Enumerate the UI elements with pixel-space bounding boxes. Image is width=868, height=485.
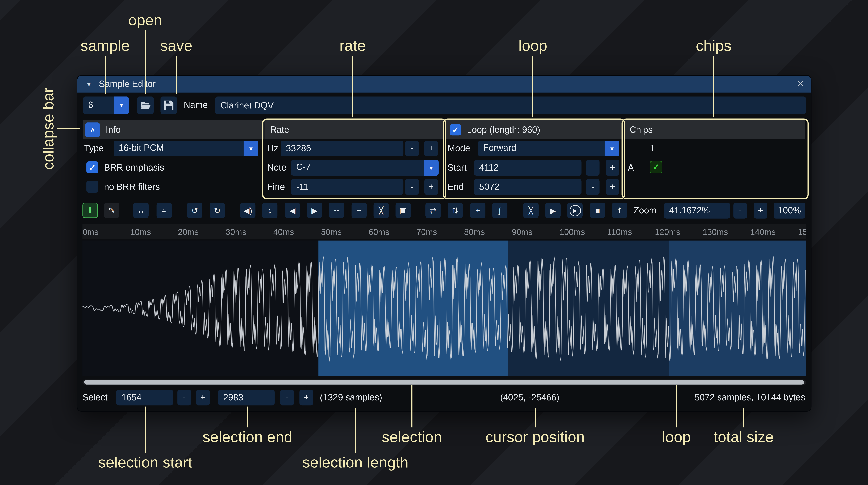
ruler-label: 10ms [130,227,151,236]
type-select[interactable]: 16-bit PCM ▼ [114,141,258,157]
info-header-label: Info [106,125,121,135]
fade-out-button[interactable]: ▶ [307,203,322,218]
ruler-label: 30ms [225,227,246,236]
stop-button[interactable]: ■ [590,203,605,218]
ruler-label: 150 [798,227,806,236]
total-size-text: 5072 samples, 10144 bytes [695,392,805,402]
window-collapse-icon[interactable]: ▼ [86,80,92,88]
invert-button[interactable]: ⇅ [447,203,463,218]
resize-button[interactable]: ↔ [133,203,149,218]
chevron-down-icon: ▼ [424,160,438,175]
selection-end-decrement-button[interactable]: - [280,390,294,406]
resample-button[interactable]: ≈ [157,203,172,218]
hz-decrement-button[interactable]: - [405,141,419,157]
loop-end-input[interactable]: 5072 [474,179,581,195]
waveform-view[interactable] [83,240,806,376]
hz-increment-button[interactable]: + [425,141,438,157]
selection-start-value: 1654 [122,392,142,402]
check-icon: ✓ [452,125,459,134]
draw-tool-button[interactable]: ✎ [104,203,119,218]
signed-unsigned-button[interactable]: ± [470,203,485,218]
cursor-position-text: (4025, -25466) [500,392,559,402]
filter-icon: ∫ [499,206,501,215]
no-brr-filters-checkbox[interactable] [87,181,98,193]
crossfade-button[interactable]: ╳ [523,203,538,218]
apply-silence-button[interactable]: ╍ [351,203,367,218]
folder-icon [140,101,151,110]
undo-button[interactable]: ↺ [187,203,202,218]
fade-in-button[interactable]: ◀ [285,203,300,218]
selection-end-input[interactable]: 2983 [218,390,275,406]
ruler-label: 50ms [321,227,342,236]
normalize-icon: ↕ [268,206,272,215]
normalize-button[interactable]: ↕ [262,203,277,218]
sample-number-select[interactable]: 6 ▼ [83,97,129,114]
selection-start-input[interactable]: 1654 [117,390,173,406]
chevron-down-icon: ▼ [604,141,619,157]
loop-end-increment-button[interactable]: + [606,179,619,195]
insert-silence-button[interactable]: ╌ [329,203,344,218]
note-select[interactable]: C-7 ▼ [291,160,438,175]
selection-end-value: 2983 [223,392,243,402]
loop-enable-checkbox[interactable]: ✓ [450,124,461,135]
trim-button[interactable]: ▣ [396,203,411,218]
annotation-loop-line [532,56,533,118]
fine-increment-button[interactable]: + [425,179,438,195]
create-instrument-icon: ↥ [616,206,623,215]
selection-end-increment-button[interactable]: + [300,390,313,406]
save-icon [164,100,174,110]
annotation-open-line [145,30,146,94]
save-sample-button[interactable] [160,97,177,114]
annotation-loop-bottom-label: loop [662,429,691,446]
loop-mode-label: Mode [447,143,470,154]
waveform-scrollbar[interactable] [83,379,806,385]
rate-header-label: Rate [270,125,289,135]
window-titlebar[interactable]: ▼ Sample Editor × [78,76,811,93]
zoom-out-button[interactable]: - [734,203,747,219]
loop-header-label: Loop (length: 960) [467,125,540,135]
loop-start-value: 4112 [479,163,499,173]
zoom-in-button[interactable]: + [754,203,767,219]
brr-emphasis-label: BRR emphasis [104,163,164,173]
delete-button[interactable]: ╳ [374,203,389,218]
select-label: Select [83,392,107,402]
open-sample-button[interactable] [137,97,154,114]
selection-start-increment-button[interactable]: + [196,390,210,406]
hz-input[interactable]: 33286 [281,141,403,157]
fade-in-icon: ◀ [289,206,296,215]
fine-decrement-button[interactable]: - [405,179,419,195]
play-from-cursor-icon: ▶ [569,205,581,216]
preview-button[interactable]: ▶ [545,203,561,218]
trim-icon: ▣ [399,206,407,215]
apply-silence-icon: ╍ [357,206,362,215]
chip-enable-checkbox[interactable]: ✓ [650,161,662,173]
filter-button[interactable]: ∫ [492,203,507,218]
brr-emphasis-checkbox[interactable]: ✓ [87,161,98,173]
sample-name-input[interactable]: Clarinet DQV [215,97,806,114]
redo-button[interactable]: ↻ [210,203,225,218]
selection-start-decrement-button[interactable]: - [178,390,191,406]
reverse-button[interactable]: ⇄ [426,203,441,218]
waveform-canvas[interactable] [83,240,806,376]
fine-input[interactable]: -11 [291,179,403,195]
loop-mode-select[interactable]: Forward ▼ [478,141,619,157]
annotation-selection-line [411,385,413,427]
loop-start-decrement-button[interactable]: - [586,160,600,175]
selection-length-text: (1329 samples) [320,392,382,402]
select-tool-button[interactable]: I [83,203,98,218]
preview-icon: ▶ [550,206,556,215]
create-instrument-button[interactable]: ↥ [612,203,627,218]
loop-end-decrement-button[interactable]: - [586,179,600,195]
chips-header-label: Chips [629,125,653,135]
amplify-button[interactable]: ◀) [240,203,255,218]
play-from-cursor-button[interactable]: ▶ [567,203,583,218]
loop-start-input[interactable]: 4112 [474,160,581,175]
zoom-reset-button[interactable]: 100% [774,203,805,219]
scrollbar-thumb[interactable] [84,380,804,385]
info-collapse-button[interactable]: ∧ [85,122,100,137]
loop-start-increment-button[interactable]: + [606,160,619,175]
sample-name-value: Clarinet DQV [220,100,274,110]
window-title: Sample Editor [99,79,156,89]
close-icon[interactable]: × [797,76,804,91]
zoom-input[interactable]: 41.1672% [664,203,730,219]
